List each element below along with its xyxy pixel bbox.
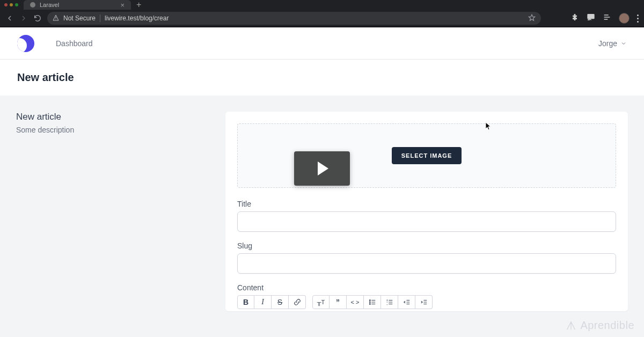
user-menu[interactable]: Jorge <box>598 39 627 48</box>
editor-link-button[interactable] <box>289 295 306 309</box>
form-card: SELECT IMAGE Title Slug Content B I S <box>225 112 628 311</box>
watermark-icon <box>565 320 577 332</box>
browser-actions <box>570 13 639 24</box>
title-label: Title <box>237 200 616 208</box>
main-content: New article Some description SELECT IMAG… <box>0 96 644 327</box>
reload-button[interactable] <box>33 14 42 23</box>
tab-title: Laravel <box>40 2 59 8</box>
slug-input[interactable] <box>237 253 616 274</box>
mouse-cursor-icon <box>486 122 492 131</box>
app-navbar: Dashboard Jorge <box>0 27 644 60</box>
browser-tabs: Laravel × + <box>0 0 644 10</box>
content-field: Content B I S ╥T ” < > <box>237 283 616 309</box>
page-title: New article <box>17 71 627 84</box>
watermark-text: Aprendible <box>580 319 634 332</box>
bookmark-icon[interactable] <box>528 14 536 23</box>
address-bar[interactable]: Not Secure livewire.test/blog/crear <box>47 12 541 25</box>
slug-label: Slug <box>237 241 616 250</box>
section-sidebar: New article Some description <box>16 112 209 311</box>
url-text: livewire.test/blog/crear <box>105 14 169 22</box>
extensions-icon[interactable] <box>570 13 579 24</box>
browser-chrome: Laravel × + Not Secure livewire.test/blo… <box>0 0 644 27</box>
app-logo-icon[interactable] <box>17 35 34 52</box>
editor-number-list-button[interactable] <box>381 295 398 309</box>
editor-bold-button[interactable]: B <box>237 295 254 309</box>
editor-code-button[interactable]: < > <box>347 295 364 309</box>
svg-point-3 <box>369 304 370 305</box>
title-field: Title <box>237 200 616 232</box>
nav-dashboard[interactable]: Dashboard <box>56 39 93 48</box>
page-header: New article <box>0 60 644 96</box>
window-controls[interactable] <box>4 3 18 6</box>
new-tab-button[interactable]: + <box>131 0 147 10</box>
section-heading: New article <box>16 112 209 122</box>
svg-rect-0 <box>588 14 594 19</box>
content-label: Content <box>237 283 616 292</box>
browser-menu-icon[interactable] <box>637 14 639 23</box>
editor-indent-button[interactable] <box>415 295 433 309</box>
media-icon[interactable] <box>603 13 611 24</box>
select-image-button[interactable]: SELECT IMAGE <box>392 147 462 164</box>
close-window-icon[interactable] <box>4 3 8 6</box>
close-tab-icon[interactable]: × <box>120 1 125 9</box>
section-description: Some description <box>16 126 209 134</box>
editor-toolbar: B I S ╥T ” < > <box>237 295 616 309</box>
slug-field: Slug <box>237 241 616 274</box>
browser-tab[interactable]: Laravel × <box>24 0 131 10</box>
not-secure-icon <box>53 14 59 23</box>
editor-quote-button[interactable]: ” <box>330 295 347 309</box>
profile-avatar[interactable] <box>619 13 630 24</box>
editor-strike-button[interactable]: S <box>272 295 289 309</box>
watermark: Aprendible <box>565 319 634 332</box>
tab-favicon-icon <box>30 2 35 8</box>
chevron-down-icon <box>620 40 627 47</box>
security-label: Not Secure <box>63 14 96 22</box>
svg-point-2 <box>369 302 370 303</box>
maximize-window-icon[interactable] <box>15 3 18 6</box>
svg-point-1 <box>369 300 370 301</box>
browser-toolbar: Not Secure livewire.test/blog/crear <box>0 10 644 27</box>
cast-icon[interactable] <box>587 13 595 24</box>
video-play-button[interactable] <box>294 151 350 186</box>
address-separator <box>100 14 100 22</box>
title-input[interactable] <box>237 211 616 232</box>
user-name: Jorge <box>598 39 617 48</box>
forward-button[interactable] <box>19 14 28 23</box>
editor-heading-button[interactable]: ╥T <box>312 295 330 309</box>
editor-italic-button[interactable]: I <box>254 295 272 309</box>
editor-bullet-list-button[interactable] <box>364 295 381 309</box>
back-button[interactable] <box>5 14 14 23</box>
editor-outdent-button[interactable] <box>398 295 415 309</box>
minimize-window-icon[interactable] <box>10 3 13 6</box>
